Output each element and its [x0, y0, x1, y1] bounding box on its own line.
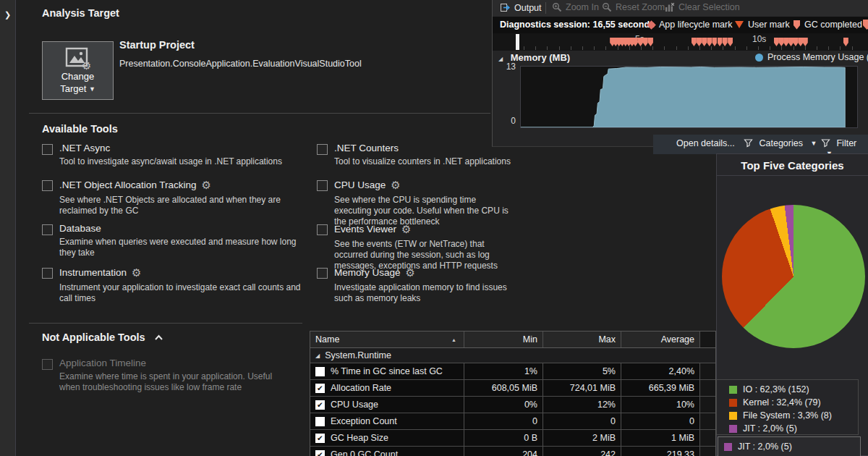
legend-chip-icon — [724, 443, 732, 451]
table-row[interactable]: ✔Allocation Rate608,05 MiB724,01 MiB665,… — [310, 380, 715, 397]
tool-checkbox[interactable] — [317, 224, 328, 235]
cell-min: 0 B — [464, 430, 543, 446]
gc-completed-mark-icon — [707, 38, 712, 46]
tool-label[interactable]: Events Viewer⚙ — [334, 223, 511, 236]
legend-chip-icon — [729, 386, 737, 394]
gc-completed-mark-icon — [779, 38, 784, 46]
column-average[interactable]: Average — [621, 332, 700, 347]
gear-icon[interactable]: ⚙ — [406, 266, 415, 279]
gc-completed-mark-icon — [843, 38, 848, 46]
ruler-tick — [571, 46, 571, 50]
ruler-tick — [840, 46, 841, 50]
svg-text:⚙: ⚙ — [82, 59, 91, 70]
open-details-link[interactable]: Open details... — [676, 138, 735, 148]
categories-pie-chart[interactable] — [722, 205, 865, 348]
ruler-tick — [688, 46, 689, 50]
gc-completed-mark-icon — [728, 38, 733, 46]
gc-completed-mark-icon — [648, 38, 653, 46]
tool-checkbox — [42, 359, 53, 370]
cell-max: 5% — [543, 363, 621, 379]
tool-label[interactable]: Application Timeline — [59, 358, 288, 368]
legend-chip-icon — [729, 399, 737, 407]
gear-icon[interactable]: ⚙ — [132, 266, 141, 279]
cell-spacer — [700, 380, 715, 396]
row-checkbox[interactable]: ✔ — [315, 434, 325, 443]
tool-label[interactable]: Instrumentation⚙ — [59, 266, 311, 279]
tool-checkbox[interactable] — [42, 268, 53, 279]
row-name: Exception Count — [331, 416, 397, 426]
row-checkbox[interactable]: ✔ — [315, 384, 325, 393]
tool-checkbox[interactable] — [42, 224, 53, 235]
reset-zoom-button[interactable]: Reset Zoom — [602, 2, 665, 12]
sort-ascending-icon: ▲ — [451, 337, 456, 342]
pie-legend-item: JIT : 2,0% (5) — [729, 423, 797, 434]
row-checkbox[interactable] — [315, 417, 325, 426]
cell-name: % Time in GC since last GC — [310, 363, 464, 379]
output-button[interactable]: Output — [500, 2, 542, 13]
gear-icon[interactable]: ⚙ — [401, 223, 411, 235]
ruler-tick — [535, 46, 536, 50]
row-name: Allocation Rate — [331, 383, 391, 393]
change-target-button[interactable]: ⚙ Change Target ▼ — [42, 41, 114, 100]
timeline-position-indicator[interactable] — [516, 34, 519, 50]
row-checkbox[interactable]: ✔ — [315, 400, 325, 410]
legend-clipped-mark — [863, 20, 868, 30]
ruler-tick — [735, 46, 736, 50]
table-row[interactable]: ✔Gen 0 GC Count204242219,33 — [310, 447, 715, 456]
tool-checkbox[interactable] — [42, 180, 53, 191]
gc-completed-mark-icon — [712, 38, 717, 46]
tool-checkbox[interactable] — [42, 144, 53, 155]
gc-completed-mark-icon — [692, 38, 697, 46]
memory-chart-legend: Process Memory Usage (Pri — [755, 52, 868, 62]
categories-dropdown[interactable]: Categories ▼ — [744, 138, 817, 148]
ruler-tick — [582, 46, 583, 50]
group-label: System.Runtime — [325, 350, 391, 360]
table-row[interactable]: Exception Count000 — [310, 413, 715, 430]
tool-checkbox[interactable] — [317, 144, 328, 155]
table-row[interactable]: ✔GC Heap Size0 B2 MiB1 MiB — [310, 430, 715, 447]
tool-label[interactable]: .NET Object Allocation Tracking⚙ — [59, 179, 311, 192]
tool-label[interactable]: Database — [59, 223, 311, 234]
tool-label[interactable]: .NET Async — [59, 143, 282, 153]
cell-min: 0% — [464, 397, 543, 413]
zoom-in-button[interactable]: Zoom In — [552, 2, 599, 12]
cell-spacer — [700, 413, 715, 429]
column-max[interactable]: Max — [543, 332, 621, 347]
pie-legend-item: File System : 3,3% (8) — [729, 410, 832, 421]
clear-selection-button[interactable]: Clear Selection — [664, 2, 740, 12]
expand-sidebar-chevron-icon[interactable]: ❯ — [4, 10, 11, 20]
gc-completed-mark-icon — [723, 38, 728, 46]
gc-completed-mark-icon — [803, 38, 808, 46]
collapsed-sidebar[interactable]: ❯ — [0, 0, 16, 456]
diagnostics-session-panel: Output Zoom In Reset Zoom — [492, 0, 868, 147]
tool-label[interactable]: Memory Usage⚙ — [334, 266, 511, 279]
ruler-tick — [817, 46, 817, 50]
legend-user-mark: User mark — [735, 20, 790, 30]
not-applicable-tools-title[interactable]: Not Applicable Tools — [42, 332, 163, 343]
row-checkbox[interactable]: ✔ — [315, 450, 325, 456]
chevron-down-icon: ▼ — [810, 140, 817, 147]
gear-icon[interactable]: ⚙ — [202, 179, 211, 191]
counters-table-header[interactable]: Name ▲ Min Max Average — [310, 332, 715, 348]
ruler-tick — [699, 46, 700, 50]
tool-item-database: DatabaseExamine when queries were execut… — [42, 223, 311, 258]
cell-name: ✔CPU Usage — [310, 397, 464, 413]
section-divider — [29, 113, 490, 114]
counters-group-row[interactable]: ◢ System.Runtime — [310, 348, 715, 363]
column-name[interactable]: Name ▲ — [310, 332, 464, 347]
funnel-icon — [744, 138, 753, 148]
memory-area-chart[interactable] — [520, 66, 858, 128]
tool-checkbox[interactable] — [317, 180, 328, 191]
expand-triangle-icon[interactable]: ◢ — [315, 352, 320, 359]
table-row[interactable]: ✔CPU Usage0%12%10% — [310, 397, 715, 413]
column-min[interactable]: Min — [464, 332, 543, 347]
timeline-ruler[interactable]: 5s10s — [493, 33, 868, 51]
cell-max: 724,01 MiB — [543, 380, 621, 396]
row-checkbox[interactable] — [315, 367, 325, 376]
table-row[interactable]: % Time in GC since last GC1%5%2,40% — [310, 363, 715, 380]
gear-icon[interactable]: ⚙ — [391, 179, 400, 191]
tool-label[interactable]: .NET Counters — [334, 143, 511, 153]
tool-label[interactable]: CPU Usage⚙ — [334, 179, 511, 192]
ruler-tick — [781, 46, 782, 50]
tool-checkbox[interactable] — [317, 268, 328, 279]
